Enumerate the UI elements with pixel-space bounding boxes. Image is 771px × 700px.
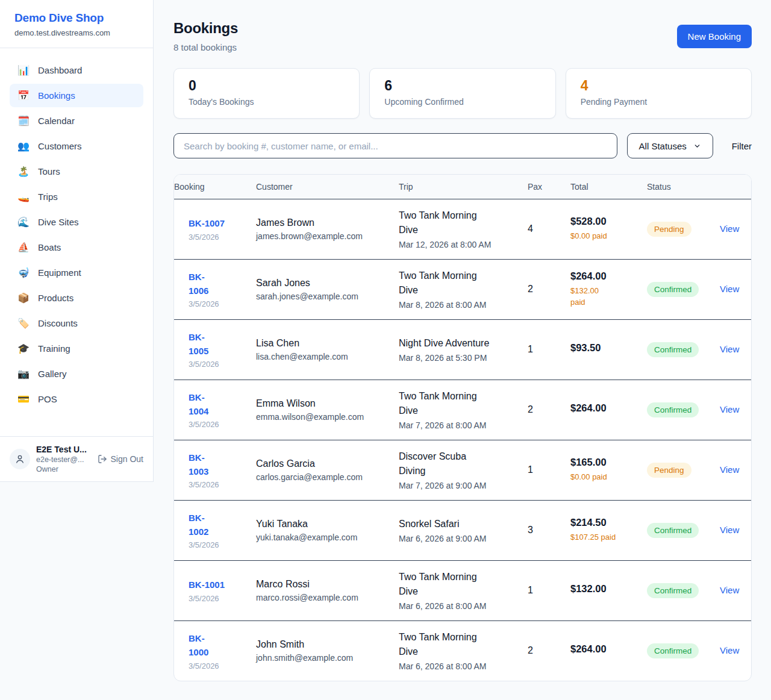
sign-out-button[interactable]: Sign Out	[98, 454, 143, 464]
main-content: Bookings 8 total bookings New Booking 0 …	[154, 0, 771, 700]
page-subtitle: 8 total bookings	[173, 42, 238, 52]
sidebar-item-customers[interactable]: 👥 Customers	[10, 134, 143, 158]
sidebar-item-trips[interactable]: 🚤 Trips	[10, 185, 143, 208]
sidebar-item-icon: 💳	[17, 395, 30, 404]
sidebar-item-products[interactable]: 📦 Products	[10, 286, 143, 310]
trip-name: Snorkel Safari	[399, 517, 513, 531]
bookings-table-card: Booking Customer Trip Pax Total Status	[173, 174, 752, 681]
customer-email: james.brown@example.com	[256, 231, 384, 241]
sidebar-item-pos[interactable]: 💳 POS	[10, 387, 143, 411]
stat-value: 0	[189, 78, 345, 93]
sidebar-item-boats[interactable]: ⛵ Boats	[10, 236, 143, 259]
booking-number-link[interactable]: BK- 1006	[189, 270, 208, 298]
sidebar-item-label: Boats	[38, 242, 61, 252]
view-link[interactable]: View	[720, 585, 739, 595]
booking-number-link[interactable]: BK- 1002	[189, 511, 208, 539]
trip-datetime: Mar 8, 2026 at 5:30 PM	[399, 353, 513, 363]
booking-number-link[interactable]: BK- 1000	[189, 631, 208, 660]
trip-datetime: Mar 7, 2026 at 9:00 AM	[399, 481, 513, 490]
total-amount: $264.00	[570, 402, 632, 414]
status-badge: Confirmed	[647, 583, 699, 598]
sidebar-item-label: Gallery	[38, 369, 67, 379]
search-input[interactable]	[173, 133, 617, 158]
view-link[interactable]: View	[720, 464, 739, 475]
sidebar-item-icon: 🗓️	[17, 116, 30, 126]
sidebar-item-icon: 🌊	[17, 217, 30, 227]
sidebar-item-label: POS	[38, 394, 57, 404]
paid-amount: $132.00 paid	[570, 285, 632, 308]
view-link[interactable]: View	[720, 284, 739, 294]
booking-date: 3/5/2026	[189, 360, 242, 369]
user-role: Owner	[36, 465, 92, 473]
pax-count: 2	[528, 645, 533, 655]
sidebar-item-tours[interactable]: 🏝️ Tours	[10, 160, 143, 183]
column-header	[720, 175, 752, 199]
status-badge: Confirmed	[647, 643, 699, 658]
paid-amount: $0.00 paid	[570, 471, 632, 483]
view-link[interactable]: View	[720, 344, 739, 354]
table-body: BK-1007 3/5/2026 James Brown james.brown…	[174, 199, 752, 681]
booking-number-link[interactable]: BK- 1005	[189, 330, 208, 358]
pax-count: 1	[528, 344, 533, 354]
status-filter-select[interactable]: All Statuses	[627, 133, 713, 158]
sidebar-nav: 📊 Dashboard 📅 Bookings 🗓️ Calendar 👥 Cus…	[0, 48, 153, 411]
table-row-bk-1001: BK-1001 3/5/2026 Marco Rossi marco.rossi…	[174, 560, 752, 620]
sidebar-item-dashboard[interactable]: 📊 Dashboard	[10, 58, 143, 82]
sidebar-item-label: Products	[38, 293, 73, 303]
booking-date: 3/5/2026	[189, 661, 242, 670]
sidebar-item-label: Dive Sites	[38, 217, 79, 227]
sidebar-item-dive-sites[interactable]: 🌊 Dive Sites	[10, 210, 143, 234]
sidebar-item-label: Equipment	[38, 267, 81, 278]
avatar	[10, 449, 30, 469]
sidebar-item-training[interactable]: 🎓 Training	[10, 337, 143, 360]
sidebar-item-calendar[interactable]: 🗓️ Calendar	[10, 109, 143, 133]
shop-domain: demo.test.divestreams.com	[14, 28, 139, 37]
pax-count: 1	[528, 464, 533, 475]
paid-amount: $0.00 paid	[570, 230, 632, 242]
column-header-customer: Customer	[256, 175, 399, 199]
booking-date: 3/5/2026	[189, 540, 242, 549]
sign-out-icon	[98, 454, 107, 464]
booking-date: 3/5/2026	[189, 299, 242, 308]
booking-number-link[interactable]: BK- 1003	[189, 451, 208, 479]
sidebar-item-icon: 🤿	[17, 268, 30, 278]
booking-date: 3/5/2026	[189, 233, 242, 242]
sidebar-item-label: Dashboard	[38, 65, 82, 75]
sidebar-item-gallery[interactable]: 📷 Gallery	[10, 362, 143, 386]
sidebar-item-label: Trips	[38, 192, 58, 202]
column-header-total: Total	[570, 175, 647, 199]
new-booking-button[interactable]: New Booking	[677, 25, 752, 48]
stat-value: 6	[384, 78, 540, 93]
sidebar-item-equipment[interactable]: 🤿 Equipment	[10, 261, 143, 284]
view-link[interactable]: View	[720, 645, 739, 655]
total-amount: $93.50	[570, 342, 632, 354]
sidebar-item-icon: 📦	[17, 293, 30, 303]
sidebar-item-bookings[interactable]: 📅 Bookings	[10, 84, 143, 107]
sidebar-item-label: Bookings	[38, 90, 75, 101]
status-badge: Pending	[647, 463, 691, 478]
filter-button[interactable]: Filter	[732, 141, 752, 151]
filter-row: All Statuses Filter	[173, 133, 752, 158]
status-badge: Confirmed	[647, 282, 699, 297]
column-header-trip: Trip	[399, 175, 528, 199]
user-name: E2E Test U...	[36, 445, 92, 454]
trip-name: Discover Scuba Diving	[399, 449, 513, 478]
total-amount: $528.00	[570, 216, 632, 227]
view-link[interactable]: View	[720, 525, 739, 535]
booking-date: 3/5/2026	[189, 594, 242, 603]
customer-email: sarah.jones@example.com	[256, 292, 384, 301]
pax-count: 3	[528, 525, 533, 535]
view-link[interactable]: View	[720, 404, 739, 414]
view-link[interactable]: View	[720, 223, 739, 234]
table-row-bk-1006: BK- 1006 3/5/2026 Sarah Jones sarah.jone…	[174, 259, 752, 319]
sidebar-item-discounts[interactable]: 🏷️ Discounts	[10, 311, 143, 335]
booking-number-link[interactable]: BK- 1004	[189, 390, 208, 419]
trip-name: Two Tank Morning Dive	[399, 269, 513, 298]
sidebar-item-icon: ⛵	[17, 243, 30, 252]
sidebar-header: Demo Dive Shop demo.test.divestreams.com	[0, 0, 153, 48]
trip-datetime: Mar 6, 2026 at 8:00 AM	[399, 661, 513, 671]
chevron-down-icon	[693, 142, 701, 150]
booking-number-link[interactable]: BK-1007	[189, 216, 225, 230]
trip-name: Two Tank Morning Dive	[399, 389, 513, 418]
booking-number-link[interactable]: BK-1001	[189, 578, 225, 592]
